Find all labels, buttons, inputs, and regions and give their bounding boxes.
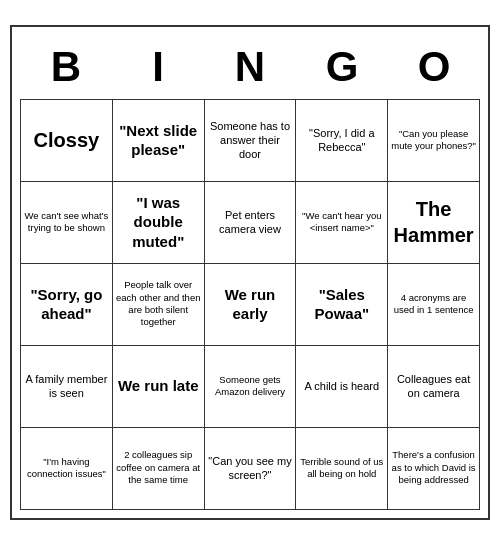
bingo-cell-19: Colleagues eat on camera bbox=[388, 346, 480, 428]
bingo-cell-20: "I'm having connection issues" bbox=[21, 428, 113, 510]
bingo-cell-8: "We can't hear you <insert name>" bbox=[296, 182, 388, 264]
bingo-cell-12: We run early bbox=[205, 264, 297, 346]
bingo-cell-21: 2 colleagues sip coffee on camera at the… bbox=[113, 428, 205, 510]
bingo-cell-10: "Sorry, go ahead" bbox=[21, 264, 113, 346]
bingo-cell-17: Someone gets Amazon delivery bbox=[205, 346, 297, 428]
bingo-cell-9: The Hammer bbox=[388, 182, 480, 264]
bingo-header: BINGO bbox=[20, 35, 480, 99]
bingo-card: BINGO Clossy"Next slide please"Someone h… bbox=[10, 25, 490, 520]
bingo-cell-3: "Sorry, I did a Rebecca" bbox=[296, 100, 388, 182]
header-letter-i: I bbox=[115, 43, 201, 91]
bingo-cell-23: Terrible sound of us all being on hold bbox=[296, 428, 388, 510]
bingo-grid: Clossy"Next slide please"Someone has to … bbox=[20, 99, 480, 510]
bingo-cell-22: "Can you see my screen?" bbox=[205, 428, 297, 510]
bingo-cell-16: We run late bbox=[113, 346, 205, 428]
header-letter-g: G bbox=[299, 43, 385, 91]
bingo-cell-5: We can't see what's trying to be shown bbox=[21, 182, 113, 264]
bingo-cell-4: "Can you please mute your phones?" bbox=[388, 100, 480, 182]
bingo-cell-13: "Sales Powaa" bbox=[296, 264, 388, 346]
bingo-cell-15: A family member is seen bbox=[21, 346, 113, 428]
bingo-cell-11: People talk over each other and then are… bbox=[113, 264, 205, 346]
header-letter-n: N bbox=[207, 43, 293, 91]
bingo-cell-0: Clossy bbox=[21, 100, 113, 182]
bingo-cell-14: 4 acronyms are used in 1 sentence bbox=[388, 264, 480, 346]
bingo-cell-7: Pet enters camera view bbox=[205, 182, 297, 264]
bingo-cell-2: Someone has to answer their door bbox=[205, 100, 297, 182]
header-letter-b: B bbox=[23, 43, 109, 91]
bingo-cell-1: "Next slide please" bbox=[113, 100, 205, 182]
bingo-cell-6: "I was double muted" bbox=[113, 182, 205, 264]
bingo-cell-18: A child is heard bbox=[296, 346, 388, 428]
bingo-cell-24: There's a confusion as to which David is… bbox=[388, 428, 480, 510]
header-letter-o: O bbox=[391, 43, 477, 91]
